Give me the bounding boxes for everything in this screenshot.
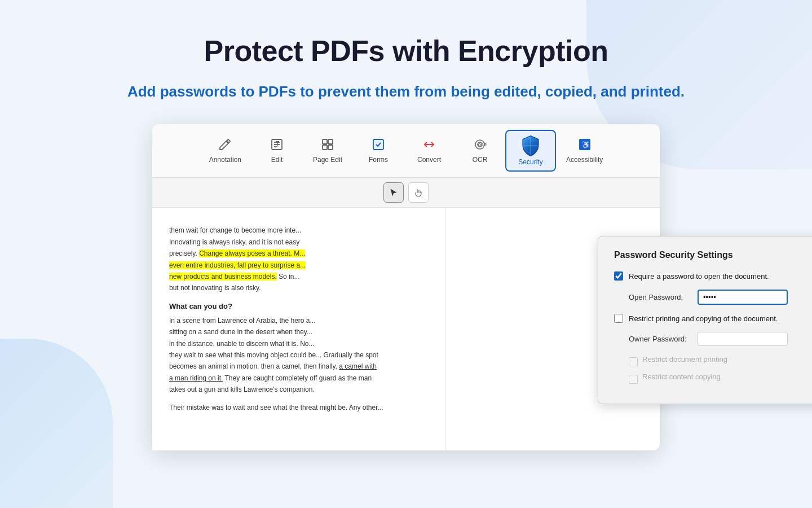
open-password-row: Open Password:: [614, 290, 812, 305]
highlighted-text-3: new products and business models.: [169, 273, 277, 281]
open-password-input[interactable]: [698, 290, 788, 305]
accessibility-label: Accessibility: [566, 156, 603, 164]
svg-rect-8: [328, 145, 333, 150]
sub-toolbar: [152, 178, 660, 208]
toolbar-item-edit[interactable]: T Edit: [251, 133, 302, 168]
highlighted-text-2: even entire industries, fall prey to sur…: [169, 261, 306, 269]
highlighted-text-1: Change always poses a threat. M...: [199, 249, 305, 257]
restrict-copying-checkbox[interactable]: [629, 375, 638, 384]
panel-title: Password Security Settings: [614, 250, 812, 260]
page-edit-label: Page Edit: [313, 156, 342, 164]
svg-rect-5: [323, 139, 327, 144]
owner-password-field-label: Owner Password:: [629, 335, 691, 343]
edit-icon: T: [270, 138, 284, 154]
toolbar-item-annotation[interactable]: Annotation: [199, 133, 251, 168]
pdf-paragraph-1: them wait for change to become more inte…: [169, 225, 428, 294]
edit-label: Edit: [271, 156, 283, 164]
pdf-document: them wait for change to become more inte…: [152, 208, 445, 450]
svg-rect-9: [373, 139, 383, 150]
svg-rect-6: [328, 139, 333, 144]
require-password-label: Require a password to open the document.: [629, 272, 769, 281]
open-password-field-label: Open Password:: [629, 293, 691, 301]
restrict-copying-row: Restrict content copying: [614, 373, 812, 386]
restrict-row: Restrict printing and copying of the doc…: [614, 314, 812, 323]
restrict-checkbox[interactable]: [614, 314, 623, 323]
underlined-text: a camel with a man riding on it.: [169, 362, 377, 382]
restrict-printing-row: Restrict document printing: [614, 355, 812, 368]
doc-panel-row: them wait for change to become more inte…: [152, 208, 660, 450]
hand-tool-btn[interactable]: [408, 182, 429, 203]
convert-label: Convert: [417, 156, 441, 164]
forms-label: Forms: [369, 156, 388, 164]
svg-text:T: T: [276, 141, 279, 147]
toolbar-item-ocr[interactable]: OCR OCR: [454, 133, 505, 168]
svg-text:OCR: OCR: [478, 143, 487, 147]
toolbar-item-convert[interactable]: Convert: [404, 133, 454, 168]
pdf-paragraph-3: Their mistake was to wait and see what t…: [169, 402, 428, 413]
page-title: Protect PDFs with Encryption: [204, 34, 608, 68]
page-subtitle: Add passwords to PDFs to prevent them fr…: [127, 81, 685, 102]
svg-rect-7: [323, 145, 327, 150]
require-password-checkbox[interactable]: [614, 271, 623, 281]
toolbar: Annotation T Edit: [152, 124, 660, 178]
restrict-label: Restrict printing and copying of the doc…: [629, 314, 778, 323]
pdf-paragraph-2: In a scene from Lawrence of Arabia, the …: [169, 315, 428, 396]
toolbar-item-security[interactable]: Security: [505, 130, 556, 172]
toolbar-item-forms[interactable]: Forms: [353, 133, 404, 168]
require-password-row: Require a password to open the document.: [614, 271, 812, 281]
svg-text:♿: ♿: [581, 140, 591, 150]
toolbar-item-page-edit[interactable]: Page Edit: [302, 133, 353, 168]
security-icon: [520, 135, 541, 156]
toolbar-item-accessibility[interactable]: ♿ Accessibility: [556, 133, 613, 168]
annotation-icon: [218, 138, 232, 154]
restrict-copying-label: Restrict content copying: [642, 373, 721, 381]
security-panel: Password Security Settings Require a pas…: [598, 236, 812, 404]
pdf-subheading: What can you do?: [169, 302, 428, 310]
owner-password-row: Owner Password:: [614, 332, 812, 346]
forms-icon: [372, 138, 385, 154]
page-edit-icon: [321, 138, 334, 154]
app-window: Annotation T Edit: [152, 124, 660, 450]
convert-icon: [422, 138, 436, 154]
accessibility-icon: ♿: [578, 138, 592, 154]
restrict-printing-label: Restrict document printing: [642, 355, 727, 364]
ocr-icon: OCR: [473, 138, 487, 154]
owner-password-input[interactable]: [698, 332, 788, 346]
annotation-label: Annotation: [209, 156, 241, 164]
restrict-printing-checkbox[interactable]: [629, 357, 638, 366]
cursor-tool-btn[interactable]: [383, 182, 404, 203]
ocr-label: OCR: [473, 156, 488, 164]
security-label: Security: [518, 158, 542, 166]
